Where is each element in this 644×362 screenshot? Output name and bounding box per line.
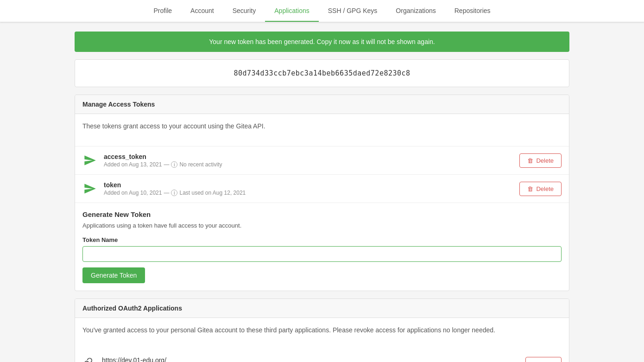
nav-item-applications[interactable]: Applications <box>265 0 319 22</box>
token-name-label: Token Name <box>82 236 562 243</box>
token-activity-token: Last used on Aug 12, 2021 <box>179 190 246 196</box>
nav-item-organizations[interactable]: Organizations <box>386 0 445 22</box>
token-icon-token <box>82 181 97 196</box>
info-icon-token: i <box>171 190 177 196</box>
token-meta-token: Added on Aug 10, 2021 — i Last used on A… <box>104 190 519 196</box>
token-meta-access-token: Added on Aug 13, 2021 — i No recent acti… <box>104 161 519 168</box>
oauth-app-info: https://dev.01-edu.org/ Added on Aug 10,… <box>102 356 525 362</box>
token-activity-access-token: No recent activity <box>179 161 222 168</box>
token-added-token: Added on Aug 10, 2021 <box>104 190 162 196</box>
token-added-access-token: Added on Aug 13, 2021 <box>104 161 162 168</box>
nav-item-security[interactable]: Security <box>223 0 265 22</box>
nav-item-profile[interactable]: Profile <box>144 0 181 22</box>
token-name-access-token: access_token <box>104 153 519 160</box>
oauth-body: You've granted access to your personal G… <box>75 318 569 350</box>
generate-token-title: Generate New Token <box>82 210 562 218</box>
token-icon-access-token <box>82 153 97 168</box>
token-info-token: token Added on Aug 10, 2021 — i Last use… <box>104 181 519 196</box>
revoke-button[interactable]: Revoke <box>525 357 562 362</box>
oauth-section: Authorized OAuth2 Applications You've gr… <box>75 298 569 362</box>
oauth-description: You've granted access to your personal G… <box>82 325 562 335</box>
trash-icon-token: 🗑 <box>527 185 533 192</box>
token-info-access-token: access_token Added on Aug 13, 2021 — i N… <box>104 153 519 168</box>
alert-message: Your new token has been generated. Copy … <box>209 38 435 45</box>
delete-label-token: Delete <box>536 185 554 192</box>
oauth-app-row: https://dev.01-edu.org/ Added on Aug 10,… <box>75 350 569 362</box>
manage-tokens-title: Manage Access Tokens <box>82 101 155 108</box>
oauth-app-url: https://dev.01-edu.org/ <box>102 356 525 362</box>
page-content: Your new token has been generated. Copy … <box>67 22 577 362</box>
manage-tokens-description: These tokens grant access to your accoun… <box>82 121 562 131</box>
trash-icon-access-token: 🗑 <box>527 157 533 164</box>
token-name-token: token <box>104 181 519 189</box>
token-dash-token: — <box>164 190 169 196</box>
nav-item-account[interactable]: Account <box>181 0 223 22</box>
manage-tokens-body: These tokens grant access to your accoun… <box>75 114 569 146</box>
nav-item-repositories[interactable]: Repositories <box>445 0 500 22</box>
generate-token-button[interactable]: Generate Token <box>82 267 145 283</box>
top-navigation: Profile Account Security Applications SS… <box>0 0 644 22</box>
generate-token-form: Generate New Token Applications using a … <box>75 203 569 291</box>
delete-button-access-token[interactable]: 🗑 Delete <box>519 153 562 168</box>
delete-label-access-token: Delete <box>536 157 554 164</box>
oauth-header: Authorized OAuth2 Applications <box>75 299 569 318</box>
info-icon-access-token: i <box>171 161 177 168</box>
token-row: access_token Added on Aug 13, 2021 — i N… <box>75 146 569 175</box>
generated-token-value: 80d734d33ccb7ebc3a14beb6635daed72e8230c8 <box>234 69 410 77</box>
manage-tokens-header: Manage Access Tokens <box>75 95 569 114</box>
token-name-input[interactable] <box>82 246 562 262</box>
token-row-2: token Added on Aug 10, 2021 — i Last use… <box>75 175 569 203</box>
manage-tokens-section: Manage Access Tokens These tokens grant … <box>75 95 569 291</box>
success-alert: Your new token has been generated. Copy … <box>75 32 569 52</box>
token-dash-access-token: — <box>164 161 169 168</box>
nav-items: Profile Account Security Applications SS… <box>144 0 499 22</box>
generated-token-display: 80d734d33ccb7ebc3a14beb6635daed72e8230c8 <box>75 59 569 87</box>
oauth-title: Authorized OAuth2 Applications <box>82 305 182 312</box>
delete-button-token[interactable]: 🗑 Delete <box>519 182 562 196</box>
generate-token-hint: Applications using a token have full acc… <box>82 222 562 229</box>
link-icon <box>82 357 95 362</box>
nav-item-ssh-gpg[interactable]: SSH / GPG Keys <box>319 0 387 22</box>
tokens-list: access_token Added on Aug 13, 2021 — i N… <box>75 146 569 203</box>
